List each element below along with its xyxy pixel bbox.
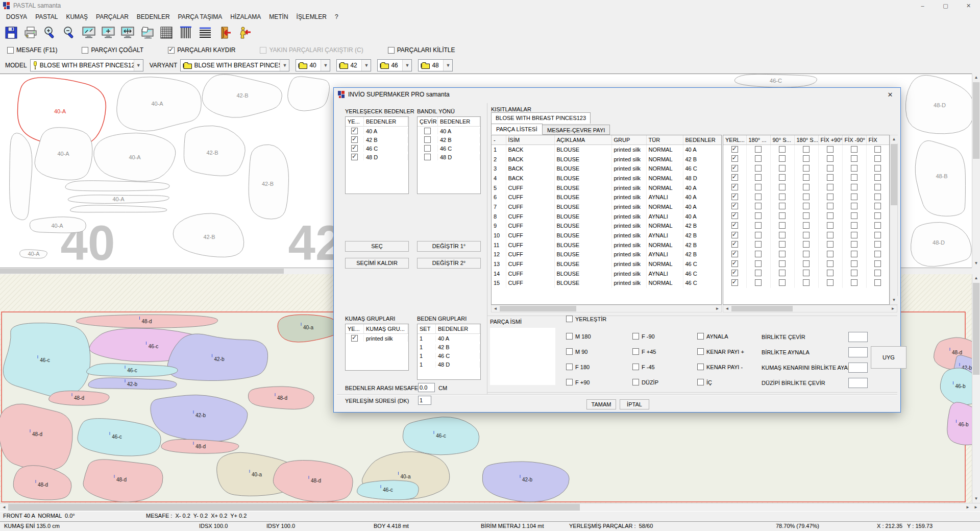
scroll-left-icon[interactable]: ◄ [723,305,731,312]
checkbox-icon[interactable] [731,184,738,190]
checkbox-icon[interactable] [851,203,857,209]
list-item[interactable]: 40 A [346,127,408,135]
scroll-left-icon[interactable]: ◄ [0,503,8,511]
table-row[interactable]: 9CUFFBLOUSEprinted silkNORMAL42 B [492,221,722,231]
beden-gruplari-list[interactable]: SETBEDENLER140 A142 B146 C148 D [417,324,481,380]
scroll-right-icon[interactable]: ► [972,503,980,511]
list-item[interactable]: 142 B [418,343,480,351]
checkbox-icon[interactable] [424,136,431,143]
checkbox-icon[interactable] [168,47,175,54]
checkbox-icon[interactable] [755,270,762,276]
checkbox-icon[interactable] [851,194,857,200]
scroll-left-icon[interactable]: ◄ [492,305,499,312]
table-row[interactable]: 6CUFFBLOUSEprinted silkAYNALI40 A [492,192,722,202]
pattern-piece[interactable] [288,77,330,111]
checkbox-icon[interactable] [779,146,786,153]
grid-icon[interactable] [158,25,175,41]
table-row[interactable]: 2BACKBLOUSEprinted silkNORMAL42 B [492,154,722,164]
checkbox-icon[interactable] [779,194,786,200]
menu-item-hi-zalama[interactable]: HİZALAMA [226,12,265,21]
scrollbar-thumb[interactable] [0,269,284,274]
checkbox-icon[interactable] [566,364,573,370]
scroll-right-icon[interactable]: ► [889,305,897,312]
vertical-lines-icon[interactable] [178,25,194,41]
checkbox-icon[interactable] [755,251,762,257]
list-column-header[interactable]: ÇEVİR [418,117,438,126]
checkbox-icon[interactable] [779,222,786,229]
checkbox-icon[interactable] [827,194,834,200]
check-table-row[interactable] [723,183,889,192]
chevron-down-icon[interactable]: ▼ [402,60,411,71]
checkbox-icon[interactable] [779,260,786,267]
scrollbar-thumb[interactable] [731,306,793,311]
checkbox-icon[interactable] [755,146,762,153]
flag-f-45[interactable]: F +45 [632,348,656,355]
list-column-header[interactable]: SET [418,324,436,333]
table-column-header[interactable]: BEDENLER [683,135,722,145]
size-select-42[interactable]: 42▼ [336,59,371,71]
flag-aynala[interactable]: AYNALA [697,333,728,340]
checkbox-icon[interactable] [874,241,881,248]
checkbox-icon[interactable] [779,155,786,162]
yerlesim-suresi-input[interactable] [418,396,431,405]
option-yakin-par-alari-aki-tir-c-[interactable]: YAKIN PARÇALARI ÇAKIŞTIR (C) [260,46,363,54]
checkbox-icon[interactable] [874,279,881,286]
check-table-row[interactable] [723,231,889,240]
table-row[interactable]: 4BACKBLOUSEprinted silkNORMAL48 D [492,174,722,183]
checkbox-icon[interactable] [779,174,786,181]
checkbox-icon[interactable] [755,260,762,267]
checkbox-icon[interactable] [874,165,881,172]
table-row[interactable]: 10CUFFBLOUSEprinted silkAYNALI42 B [492,231,722,240]
pattern-piece[interactable] [65,181,169,191]
parca-listesi-table[interactable]: -İSİMAÇIKLAMAGRUPTÜRBEDENLER1BACKBLOUSEp… [491,135,722,305]
table-row[interactable]: 7CUFFBLOUSEprinted silkNORMAL40 A [492,202,722,212]
table-column-header[interactable]: GRUP [611,135,646,145]
menu-item-i-lemler[interactable]: İŞLEMLER [292,12,331,21]
top-canvas-vscrollbar[interactable]: ▲ ▼ [972,74,980,268]
check-table-row[interactable] [723,211,889,221]
list-item[interactable]: 40 A [418,127,480,135]
degistir-2-button[interactable]: DEĞİŞTİR 2° [417,258,481,269]
uygula-button[interactable]: UYG [871,346,906,369]
check-column-header[interactable]: 90° S... [770,135,794,145]
checkbox-icon[interactable] [803,155,810,162]
checkbox-icon[interactable] [779,232,786,238]
check-column-header[interactable]: 180° S... [794,135,818,145]
menu-item-pastal[interactable]: PASTAL [31,12,62,21]
checkbox-icon[interactable] [827,270,834,276]
checkbox-icon[interactable] [779,212,786,219]
menu-item-par-a-ta-ima[interactable]: PARÇA TAŞIMA [174,12,227,21]
scroll-up-icon[interactable]: ▲ [972,274,980,282]
list-item[interactable]: printed silk [346,334,408,343]
checkbox-icon[interactable] [827,184,834,190]
checkbox-icon[interactable] [827,279,834,286]
checkbox-icon[interactable] [803,251,810,257]
checkbox-icon[interactable] [851,174,857,181]
size-select-46[interactable]: 46▼ [377,59,412,71]
flag-d-zi-p[interactable]: DÜZİP [632,379,658,385]
checkbox-icon[interactable] [731,232,738,238]
checkbox-icon[interactable] [351,128,358,134]
minimize-button[interactable]: – [911,0,934,11]
checkbox-icon[interactable] [755,222,762,229]
model-select[interactable]: BLOSE WITH BREAST PINCES123 ▼ [30,59,143,71]
list-column-header[interactable]: YE... [346,324,364,333]
checkbox-icon[interactable] [731,241,738,248]
checkbox-icon[interactable] [803,212,810,219]
checkbox-icon[interactable] [731,251,738,257]
checkbox-icon[interactable] [803,270,810,276]
flag-f-90[interactable]: F -90 [632,333,655,340]
checkbox-icon[interactable] [731,165,738,172]
flag-m-180[interactable]: M 180 [566,333,591,340]
table-row[interactable]: 5CUFFBLOUSEprinted silkNORMAL40 A [492,183,722,192]
flag-m-90[interactable]: M 90 [566,348,587,355]
checkbox-icon[interactable] [874,184,881,190]
sec-button[interactable]: SEÇ [345,241,409,252]
checkbox-icon[interactable] [351,136,358,143]
checkbox-icon[interactable] [827,222,834,229]
table-row[interactable]: 8CUFFBLOUSEprinted silkAYNALI40 A [492,211,722,221]
check-table-row[interactable] [723,250,889,259]
list-item[interactable]: 146 C [418,351,480,360]
checkbox-icon[interactable] [566,316,573,322]
checkbox-icon[interactable] [82,47,88,54]
